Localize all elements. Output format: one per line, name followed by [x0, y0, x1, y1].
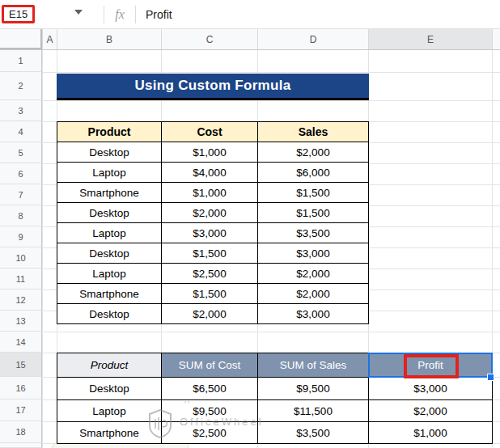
cell-B9[interactable]: Laptop: [57, 223, 162, 243]
gridline: [42, 332, 500, 332]
select-all-corner[interactable]: [0, 29, 42, 49]
cell-C4[interactable]: Cost: [162, 122, 258, 142]
fill-handle[interactable]: [487, 374, 494, 381]
divider: [135, 6, 136, 23]
cell-C7[interactable]: $1,000: [162, 183, 258, 203]
cell-D12[interactable]: $2,000: [258, 284, 369, 304]
cell-B5[interactable]: Desktop: [57, 142, 162, 163]
row-header-6[interactable]: 6: [0, 163, 42, 184]
cell-B7[interactable]: Smartphone: [57, 183, 162, 203]
cell-D17[interactable]: $11,500: [258, 400, 369, 422]
cell-E17[interactable]: $2,000: [369, 400, 493, 422]
cell-D18[interactable]: $3,500: [258, 422, 369, 444]
cell-D16[interactable]: $9,500: [258, 378, 369, 400]
cell-E18[interactable]: $1,000: [369, 422, 493, 444]
gridline: [42, 100, 500, 101]
cell-B15[interactable]: Product: [57, 353, 162, 378]
cell-C15[interactable]: SUM of Cost: [162, 353, 258, 378]
cell-E15[interactable]: Profit: [369, 353, 493, 378]
cell-D5[interactable]: $2,000: [258, 142, 369, 163]
row-header-7[interactable]: 7: [0, 184, 42, 205]
cell-B4[interactable]: Product: [57, 122, 162, 142]
cell-D7[interactable]: $1,500: [258, 183, 369, 203]
row-header-2[interactable]: 2: [0, 72, 42, 100]
row-header-10[interactable]: 10: [0, 247, 42, 268]
cell-B10[interactable]: Desktop: [57, 243, 162, 264]
row-header-3[interactable]: 3: [0, 100, 42, 121]
cell-E16[interactable]: $3,000: [369, 378, 493, 400]
row-header-11[interactable]: 11: [0, 268, 42, 290]
cell-D13[interactable]: $3,000: [258, 304, 369, 324]
title-text: Using Custom Formula: [134, 78, 290, 94]
row-header-partial[interactable]: [0, 443, 42, 448]
row-header-4[interactable]: 4: [0, 121, 42, 142]
row-header-13[interactable]: 13: [0, 311, 42, 332]
grid-area: Using Custom Formula ProductCostSalesDes…: [0, 50, 500, 448]
column-header-f-partial[interactable]: [492, 29, 500, 49]
row-header-5[interactable]: 5: [0, 142, 42, 163]
cell-B16[interactable]: Desktop: [57, 378, 162, 400]
formula-input[interactable]: Profit: [146, 8, 172, 21]
cell-C5[interactable]: $1,000: [162, 142, 258, 163]
column-header-row: ABCDE: [0, 29, 500, 50]
row-header-17[interactable]: 17: [0, 399, 42, 421]
cell-B8[interactable]: Desktop: [57, 203, 162, 223]
row-header-12[interactable]: 12: [0, 290, 42, 311]
gridline: [42, 50, 43, 448]
column-header-C[interactable]: C: [161, 29, 257, 49]
cell-D10[interactable]: $3,000: [258, 243, 369, 264]
cell-C9[interactable]: $3,000: [162, 223, 258, 243]
cell-D9[interactable]: $3,500: [258, 223, 369, 243]
name-box-value: E15: [9, 8, 28, 20]
name-box[interactable]: E15: [0, 0, 104, 29]
cell-B17[interactable]: Laptop: [57, 400, 162, 422]
source-table: ProductCostSalesDesktop$1,000$2,000Lapto…: [57, 121, 369, 324]
cell-C17[interactable]: $9,500: [162, 400, 258, 422]
row-header-14[interactable]: 14: [0, 332, 42, 353]
cell-B12[interactable]: Smartphone: [57, 284, 162, 304]
pivot-table: ProductSUM of CostSUM of SalesProfitDesk…: [57, 353, 493, 444]
cell-B6[interactable]: Laptop: [57, 163, 162, 183]
row-header-15[interactable]: 15: [0, 353, 42, 377]
row-header-16[interactable]: 16: [0, 377, 42, 399]
cell-D15[interactable]: SUM of Sales: [258, 353, 369, 378]
column-header-E[interactable]: E: [368, 29, 492, 49]
cell-D4[interactable]: Sales: [258, 122, 369, 142]
annotation-box-name-cell: E15: [2, 5, 35, 23]
spreadsheet-app: E15 fx Profit ABCDE Using Custom Formula…: [0, 0, 500, 448]
cell-B18[interactable]: Smartphone: [57, 422, 162, 444]
cell-C8[interactable]: $2,000: [162, 203, 258, 223]
row-header-8[interactable]: 8: [0, 205, 42, 226]
formula-bar: E15 fx Profit: [0, 0, 500, 29]
cell-B11[interactable]: Laptop: [57, 264, 162, 284]
cell-C11[interactable]: $2,500: [162, 264, 258, 284]
cell-C12[interactable]: $1,500: [162, 284, 258, 304]
cell-D8[interactable]: $1,500: [258, 203, 369, 223]
row-header-9[interactable]: 9: [0, 226, 42, 247]
cell-D11[interactable]: $2,000: [258, 264, 369, 284]
title-banner[interactable]: Using Custom Formula: [57, 74, 369, 100]
cell-C16[interactable]: $6,500: [162, 378, 258, 400]
row-header-18[interactable]: 18: [0, 421, 42, 443]
row-header-1[interactable]: 1: [0, 50, 42, 72]
fx-icon: fx: [104, 7, 135, 22]
cell-C10[interactable]: $1,500: [162, 243, 258, 264]
cell-C6[interactable]: $4,000: [162, 163, 258, 183]
chevron-down-icon[interactable]: [74, 10, 83, 15]
column-header-D[interactable]: D: [257, 29, 368, 49]
cell-C13[interactable]: $2,000: [162, 304, 258, 324]
column-header-B[interactable]: B: [57, 29, 161, 49]
cell-B13[interactable]: Desktop: [57, 304, 162, 324]
cell-C18[interactable]: $2,500: [162, 422, 258, 444]
column-header-A[interactable]: A: [42, 29, 57, 49]
cell-D6[interactable]: $6,000: [258, 163, 369, 183]
gridline: [42, 72, 500, 73]
